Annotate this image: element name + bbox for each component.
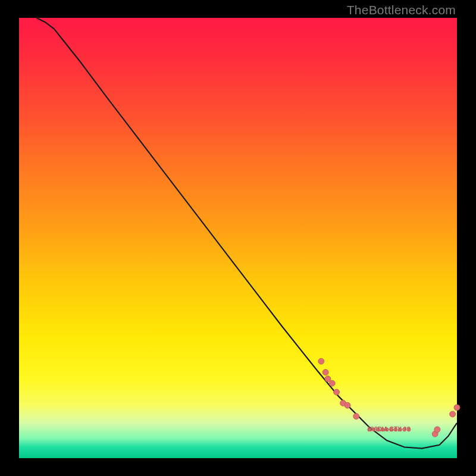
data-point — [325, 376, 331, 382]
chart-container: TheBottleneck.com NVIDIA GTX ?? — [0, 0, 476, 476]
data-point — [329, 380, 335, 386]
data-point — [318, 358, 324, 364]
data-point — [322, 369, 328, 375]
chart-overlay: NVIDIA GTX ?? — [19, 18, 457, 458]
bottleneck-curve — [36, 18, 457, 449]
valley-label: NVIDIA GTX ?? — [368, 426, 411, 433]
data-point — [454, 405, 460, 411]
data-point — [334, 389, 340, 395]
data-point — [450, 411, 456, 417]
data-point — [353, 414, 359, 419]
data-point — [434, 427, 440, 433]
watermark-text: TheBottleneck.com — [347, 3, 456, 17]
data-point — [345, 402, 350, 408]
